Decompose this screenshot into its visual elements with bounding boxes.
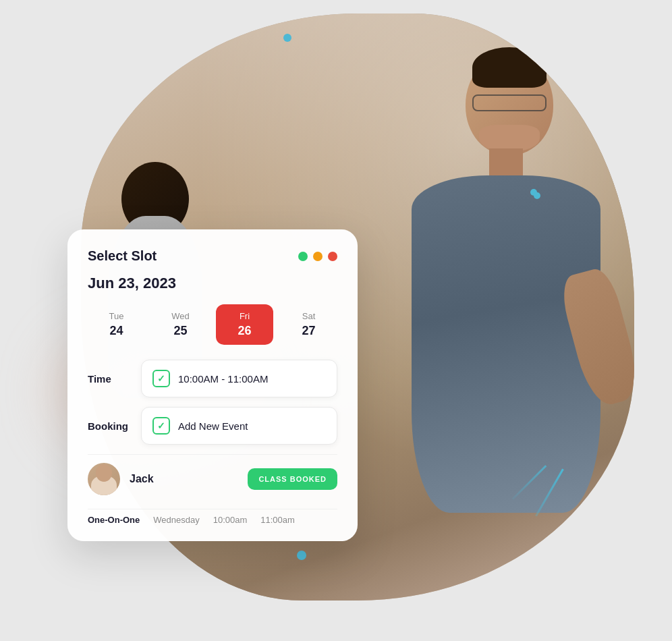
session-day: Wednesday bbox=[153, 515, 199, 525]
card-title: Select Slot bbox=[88, 248, 157, 264]
time-value: 10:00AM - 11:00AM bbox=[178, 373, 268, 385]
day-item-fri[interactable]: Fri 26 bbox=[216, 304, 273, 345]
current-date: Jun 23, 2023 bbox=[88, 275, 337, 292]
day-item-sat[interactable]: Sat 27 bbox=[280, 304, 337, 345]
card-header: Select Slot bbox=[88, 248, 337, 264]
avatar-face bbox=[96, 464, 112, 482]
day-selector: Tue 24 Wed 25 Fri 26 Sat 27 bbox=[88, 304, 337, 345]
booking-label: Booking bbox=[88, 420, 132, 432]
class-booked-button[interactable]: CLASS BOOKED bbox=[248, 468, 337, 490]
window-control-yellow[interactable] bbox=[313, 252, 323, 261]
day-number-fri: 26 bbox=[237, 324, 251, 338]
time-slot-box[interactable]: 10:00AM - 11:00AM bbox=[141, 360, 337, 397]
booking-value: Add New Event bbox=[178, 420, 248, 432]
day-item-tue[interactable]: Tue 24 bbox=[88, 304, 145, 345]
booking-slot-box[interactable]: Add New Event bbox=[141, 407, 337, 445]
day-item-wed[interactable]: Wed 25 bbox=[152, 304, 209, 345]
session-type: One-On-One bbox=[88, 515, 140, 525]
window-control-green[interactable] bbox=[298, 252, 308, 261]
session-start-time: 10:00am bbox=[213, 515, 248, 525]
day-name-sat: Sat bbox=[302, 311, 316, 321]
time-label: Time bbox=[88, 373, 132, 385]
decorative-dot-bottom bbox=[297, 551, 306, 560]
day-number-tue: 24 bbox=[109, 324, 123, 338]
user-row: Jack CLASS BOOKED bbox=[88, 454, 337, 503]
time-row: Time 10:00AM - 11:00AM bbox=[88, 360, 337, 397]
user-name: Jack bbox=[130, 473, 238, 485]
session-end-time: 11:00am bbox=[260, 515, 295, 525]
day-number-sat: 27 bbox=[302, 324, 315, 338]
bottom-info-row: One-On-One Wednesday 10:00am 11:00am bbox=[88, 509, 337, 525]
day-name-wed: Wed bbox=[171, 311, 190, 321]
day-number-wed: 25 bbox=[173, 324, 187, 338]
window-control-red[interactable] bbox=[328, 252, 337, 261]
day-name-fri: Fri bbox=[240, 311, 250, 321]
window-controls bbox=[298, 252, 337, 261]
day-name-tue: Tue bbox=[109, 311, 124, 321]
booking-check-icon bbox=[152, 417, 170, 435]
avatar bbox=[88, 463, 120, 495]
time-check-icon bbox=[152, 370, 170, 387]
decorative-dot-top bbox=[283, 34, 291, 42]
decorative-dot-right2 bbox=[534, 192, 540, 199]
booking-row: Booking Add New Event bbox=[88, 407, 337, 445]
person-right-head bbox=[466, 54, 553, 155]
select-slot-card: Select Slot Jun 23, 2023 Tue 24 Wed 25 F… bbox=[67, 229, 358, 541]
